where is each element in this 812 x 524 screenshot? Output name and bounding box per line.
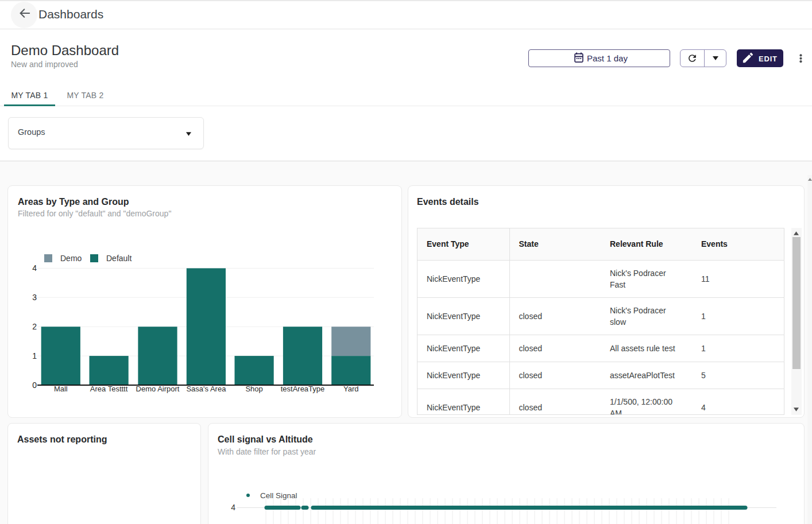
svg-text:Area Testttt: Area Testttt xyxy=(90,385,128,393)
svg-text:Mall: Mall xyxy=(54,385,68,393)
svg-text:Cell Signal: Cell Signal xyxy=(260,491,297,500)
svg-text:3: 3 xyxy=(32,293,37,302)
svg-text:Yard: Yard xyxy=(343,385,359,393)
svg-text:0: 0 xyxy=(32,381,37,390)
svg-text:2: 2 xyxy=(32,322,37,331)
svg-text:4: 4 xyxy=(231,503,235,512)
svg-text:testAreaType: testAreaType xyxy=(281,385,325,393)
svg-text:Demo Airport: Demo Airport xyxy=(136,385,180,393)
svg-text:Shop: Shop xyxy=(245,385,262,393)
svg-text:Default: Default xyxy=(106,254,132,263)
svg-text:4: 4 xyxy=(32,263,37,273)
svg-text:Sasa's Area: Sasa's Area xyxy=(186,385,226,393)
svg-text:Demo: Demo xyxy=(60,254,82,263)
svg-text:1: 1 xyxy=(32,351,37,360)
